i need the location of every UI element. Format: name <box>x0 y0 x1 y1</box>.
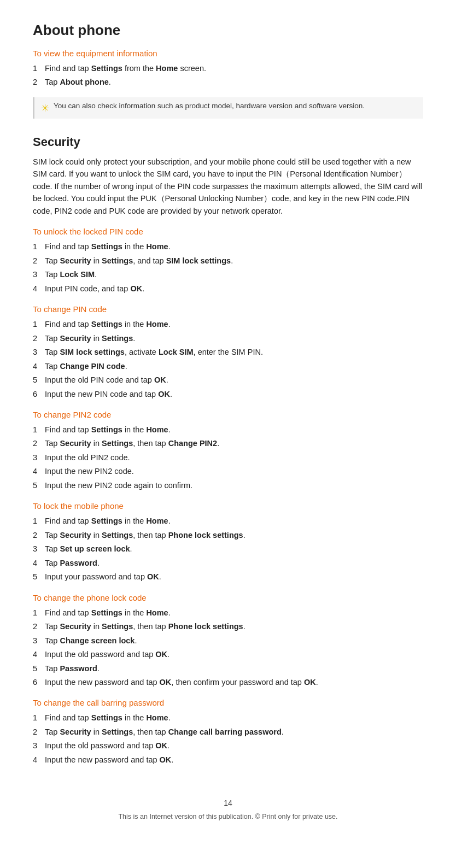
step-text: Tap Security in Settings, then tap Phone… <box>45 620 423 632</box>
step-item: 4Tap Password. <box>33 557 423 569</box>
step-number: 3 <box>33 635 45 647</box>
step-text: Input PIN code, and tap OK. <box>45 283 423 295</box>
step-number: 1 <box>33 62 45 74</box>
step-text: Tap Change screen lock. <box>45 635 423 647</box>
steps-list: 1Find and tap Settings in the Home. 2Tap… <box>33 318 423 400</box>
step-number: 1 <box>33 712 45 724</box>
step-text: Tap Security in Settings, then tap Phone… <box>45 529 423 541</box>
security-title: Security <box>33 135 423 149</box>
step-number: 1 <box>33 424 45 436</box>
step-item: 6Input the new PIN code and tap OK. <box>33 388 423 400</box>
subsection-heading: To change the call barring password <box>33 698 423 707</box>
step-number: 4 <box>33 283 45 295</box>
step-number: 3 <box>33 451 45 464</box>
subsection-heading: To unlock the locked PIN code <box>33 227 423 236</box>
step-text: Find and tap Settings from the Home scre… <box>45 62 423 74</box>
subsection-unlock-pin: To unlock the locked PIN code 1Find and … <box>33 227 423 295</box>
step-number: 2 <box>33 76 45 88</box>
step-item: 1Find and tap Settings in the Home. <box>33 424 423 436</box>
step-item: 2Tap Security in Settings, and tap SIM l… <box>33 255 423 267</box>
subsection-change-pin2: To change PIN2 code 1Find and tap Settin… <box>33 410 423 491</box>
step-item: 3Input the old PIN2 code. <box>33 451 423 464</box>
step-item: 1Find and tap Settings in the Home. <box>33 241 423 253</box>
step-item: 1Find and tap Settings in the Home. <box>33 607 423 619</box>
step-number: 3 <box>33 740 45 752</box>
note-text: You can also check information such as p… <box>54 102 365 110</box>
step-text: Input the new password and tap OK, then … <box>45 676 423 688</box>
step-number: 5 <box>33 479 45 491</box>
step-text: Find and tap Settings in the Home. <box>45 241 423 253</box>
step-number: 2 <box>33 726 45 738</box>
step-item: 3Tap Lock SIM. <box>33 268 423 280</box>
step-item: 2Tap Security in Settings. <box>33 332 423 344</box>
step-text: Input your password and tap OK. <box>45 571 423 583</box>
page-title: About phone <box>33 22 423 39</box>
step-item: 1 Find and tap Settings from the Home sc… <box>33 62 423 74</box>
step-text: Input the new PIN2 code. <box>45 465 423 477</box>
step-text: Input the new PIN2 code again to confirm… <box>45 479 423 491</box>
step-item: 2Tap Security in Settings, then tap Phon… <box>33 620 423 632</box>
step-number: 1 <box>33 515 45 527</box>
step-text: Find and tap Settings in the Home. <box>45 607 423 619</box>
step-text: Tap Security in Settings. <box>45 332 423 344</box>
step-number: 6 <box>33 388 45 400</box>
subsection-lock-mobile: To lock the mobile phone 1Find and tap S… <box>33 501 423 583</box>
step-number: 2 <box>33 620 45 632</box>
step-text: Tap Password. <box>45 557 423 569</box>
step-item: 3Input the old password and tap OK. <box>33 740 423 752</box>
step-text: Tap Lock SIM. <box>45 268 423 280</box>
step-text: Find and tap Settings in the Home. <box>45 712 423 724</box>
subsection-change-call-barring: To change the call barring password 1Fin… <box>33 698 423 766</box>
subsection-heading: To change PIN2 code <box>33 410 423 419</box>
steps-list: 1Find and tap Settings in the Home. 2Tap… <box>33 515 423 583</box>
step-item: 5Input your password and tap OK. <box>33 571 423 583</box>
steps-list: 1Find and tap Settings in the Home. 2Tap… <box>33 607 423 689</box>
step-text: Tap SIM lock settings, activate Lock SIM… <box>45 346 423 358</box>
step-item: 4Input the new password and tap OK. <box>33 754 423 766</box>
step-item: 4Input the old password and tap OK. <box>33 648 423 660</box>
step-text: Tap About phone. <box>45 76 423 88</box>
step-text: Input the new PIN code and tap OK. <box>45 388 423 400</box>
step-item: 5Tap Password. <box>33 662 423 675</box>
step-text: Find and tap Settings in the Home. <box>45 424 423 436</box>
footer-text: This is an Internet version of this publ… <box>33 813 423 820</box>
step-text: Tap Security in Settings, then tap Chang… <box>45 437 423 449</box>
step-item: 3Tap Set up screen lock. <box>33 543 423 555</box>
step-number: 4 <box>33 648 45 660</box>
step-item: 5Input the new PIN2 code again to confir… <box>33 479 423 491</box>
subsection-heading: To lock the mobile phone <box>33 501 423 511</box>
step-item: 4Input PIN code, and tap OK. <box>33 283 423 295</box>
step-number: 1 <box>33 607 45 619</box>
about-phone-steps: 1 Find and tap Settings from the Home sc… <box>33 62 423 89</box>
step-text: Tap Change PIN code. <box>45 360 423 372</box>
security-body: SIM lock could only protect your subscri… <box>33 156 423 217</box>
step-text: Tap Set up screen lock. <box>45 543 423 555</box>
step-number: 1 <box>33 318 45 330</box>
step-number: 2 <box>33 437 45 449</box>
steps-list: 1Find and tap Settings in the Home. 2Tap… <box>33 424 423 491</box>
step-number: 4 <box>33 754 45 766</box>
step-item: 5Input the old PIN code and tap OK. <box>33 374 423 386</box>
step-number: 5 <box>33 374 45 386</box>
subsection-change-pin: To change PIN code 1Find and tap Setting… <box>33 304 423 400</box>
step-number: 3 <box>33 543 45 555</box>
step-item: 1Find and tap Settings in the Home. <box>33 712 423 724</box>
step-item: 4Tap Change PIN code. <box>33 360 423 372</box>
step-text: Find and tap Settings in the Home. <box>45 515 423 527</box>
step-number: 6 <box>33 676 45 688</box>
step-item: 6Input the new password and tap OK, then… <box>33 676 423 688</box>
step-text: Input the new password and tap OK. <box>45 754 423 766</box>
step-text: Input the old password and tap OK. <box>45 740 423 752</box>
step-text: Tap Security in Settings, and tap SIM lo… <box>45 255 423 267</box>
steps-list: 1Find and tap Settings in the Home. 2Tap… <box>33 712 423 766</box>
step-number: 4 <box>33 465 45 477</box>
step-item: 1Find and tap Settings in the Home. <box>33 318 423 330</box>
step-number: 5 <box>33 662 45 675</box>
step-number: 2 <box>33 332 45 344</box>
step-number: 4 <box>33 557 45 569</box>
step-number: 1 <box>33 241 45 253</box>
page-number: 14 <box>33 799 423 807</box>
steps-list: 1Find and tap Settings in the Home. 2Tap… <box>33 241 423 295</box>
about-phone-heading: To view the equipment information <box>33 49 423 58</box>
note-icon: ✳ <box>41 102 49 114</box>
